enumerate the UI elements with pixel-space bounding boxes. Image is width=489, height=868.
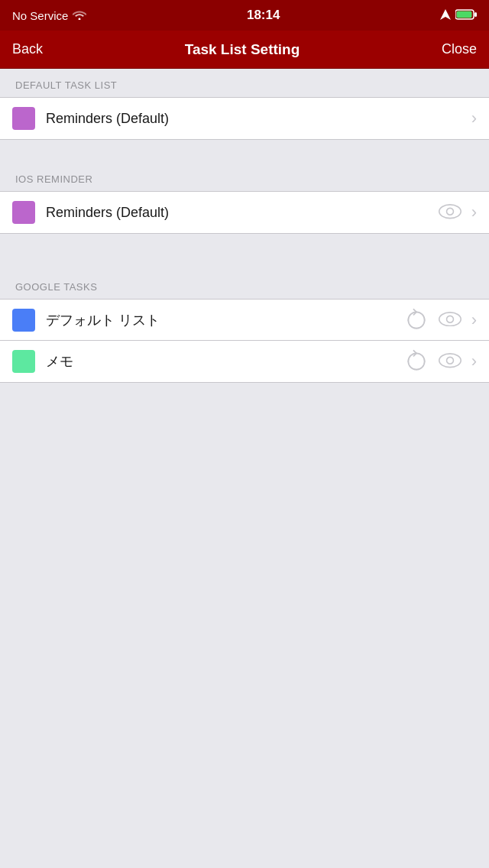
sync-icon[interactable] (404, 349, 429, 374)
row-label-default-list: デフォルト リスト (46, 311, 404, 329)
svg-point-6 (439, 312, 460, 326)
chevron-right-icon: › (471, 204, 477, 221)
svg-point-8 (439, 354, 460, 368)
default-task-list-container: Reminders (Default) › (0, 97, 489, 140)
eye-icon[interactable] (438, 312, 462, 329)
svg-point-7 (446, 316, 453, 322)
default-task-list-section: DEFAULT TASK LIST Reminders (Default) › (0, 69, 489, 140)
sync-icon[interactable] (404, 308, 429, 332)
google-tasks-header: GOOGLE TASKS (0, 270, 489, 299)
battery-icon (455, 9, 477, 22)
row-actions: › (471, 110, 477, 127)
list-item[interactable]: デフォルト リスト (0, 300, 489, 341)
back-button[interactable]: Back (12, 38, 43, 60)
color-swatch-memo (12, 350, 35, 373)
time-display: 18:14 (247, 8, 280, 23)
google-tasks-container: デフォルト リスト (0, 299, 489, 383)
nav-bar: Back Task List Setting Close (0, 31, 489, 69)
color-swatch-default-list (12, 309, 35, 332)
ios-reminder-container: Reminders (Default) › (0, 191, 489, 234)
bottom-spacer (0, 383, 489, 673)
list-item[interactable]: メモ (0, 341, 489, 382)
wifi-icon (73, 9, 86, 22)
location-icon (440, 9, 451, 22)
svg-rect-3 (457, 11, 472, 18)
status-bar: No Service 18:14 (0, 0, 489, 31)
close-button[interactable]: Close (442, 38, 477, 60)
carrier-text: No Service (12, 9, 68, 22)
ios-reminder-header: IOS REMINDER (0, 163, 489, 191)
spacer-2 (0, 234, 489, 257)
spacer-extra (0, 257, 489, 270)
status-right (440, 9, 477, 22)
chevron-right-icon: › (471, 353, 477, 370)
row-label-reminders-default: Reminders (Default) (46, 111, 471, 127)
svg-marker-0 (440, 9, 451, 20)
eye-icon[interactable] (438, 353, 462, 370)
svg-point-5 (446, 208, 453, 215)
list-item[interactable]: Reminders (Default) › (0, 98, 489, 139)
status-left: No Service (12, 9, 86, 22)
nav-title: Task List Setting (185, 41, 300, 58)
spacer-1 (0, 140, 489, 163)
row-label-ios-reminder: Reminders (Default) (46, 205, 438, 221)
color-swatch-reminders-default (12, 107, 35, 130)
list-item[interactable]: Reminders (Default) › (0, 192, 489, 233)
row-actions-google-1: › (404, 308, 477, 332)
google-tasks-section: GOOGLE TASKS デフォルト リスト (0, 270, 489, 383)
chevron-right-icon: › (471, 312, 477, 329)
default-task-list-header: DEFAULT TASK LIST (0, 69, 489, 97)
row-actions-ios: › (438, 204, 477, 221)
svg-rect-2 (474, 12, 477, 17)
row-actions-google-2: › (404, 349, 477, 374)
color-swatch-ios-reminder (12, 201, 35, 224)
eye-icon[interactable] (438, 204, 462, 221)
row-label-memo: メモ (46, 352, 404, 371)
svg-point-4 (439, 205, 460, 219)
svg-point-9 (446, 357, 453, 364)
ios-reminder-section: IOS REMINDER Reminders (Default) › (0, 163, 489, 234)
chevron-right-icon: › (471, 110, 477, 127)
